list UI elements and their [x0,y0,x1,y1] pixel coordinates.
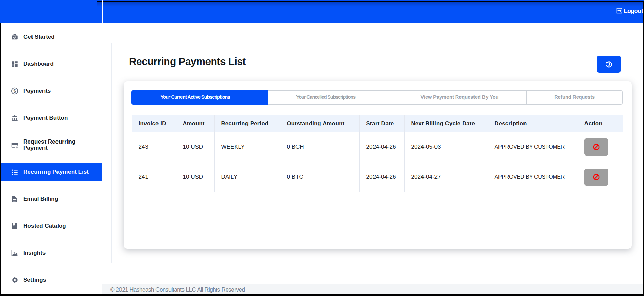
svg-text:$: $ [13,88,16,93]
